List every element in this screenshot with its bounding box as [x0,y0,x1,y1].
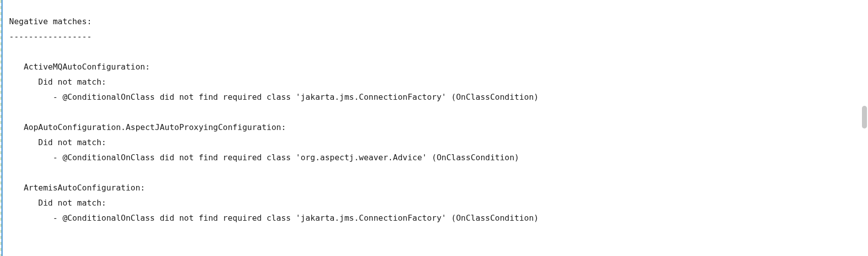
entry-subhead: Did not match: [9,198,106,208]
editor-left-border [2,0,3,256]
entry-detail: - @ConditionalOnClass did not find requi… [9,213,539,223]
entry-name: AopAutoConfiguration.AspectJAutoProxying… [9,122,286,132]
scrollbar-thumb[interactable] [862,106,867,129]
entry-subhead: Did not match: [9,77,106,87]
blank-line [9,107,14,117]
console-output[interactable]: Negative matches: ----------------- Acti… [9,14,539,226]
blank-line [9,168,14,177]
section-title: Negative matches: [9,17,92,26]
section-divider: ----------------- [9,32,92,41]
entry-name: ArtemisAutoConfiguration: [9,183,145,193]
entry-subhead: Did not match: [9,138,106,147]
scrollbar-track[interactable] [861,0,868,256]
blank-line [9,47,14,56]
entry-detail: - @ConditionalOnClass did not find requi… [9,153,519,162]
entry-detail: - @ConditionalOnClass did not find requi… [9,92,539,102]
entry-name: ActiveMQAutoConfiguration: [9,62,150,72]
